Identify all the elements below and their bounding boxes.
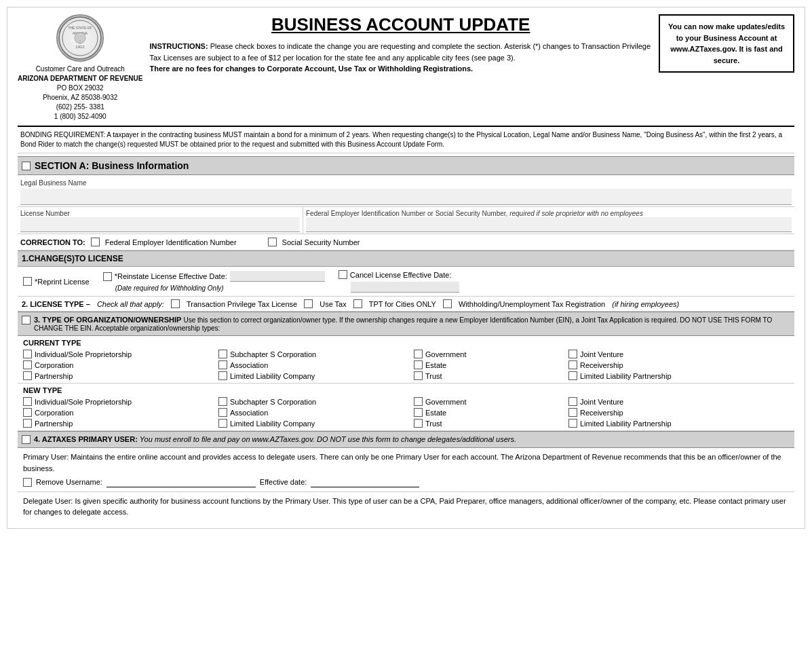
new-llp: Limited Liability Partnership <box>568 419 745 428</box>
new-llp-checkbox[interactable] <box>568 419 577 428</box>
tpt-checkbox[interactable] <box>171 299 180 308</box>
reprint-checkbox[interactable] <box>23 277 32 286</box>
section4-checkbox[interactable] <box>22 435 31 444</box>
current-trust-checkbox[interactable] <box>414 371 423 380</box>
svg-text:1912: 1912 <box>76 45 85 49</box>
current-joint-venture-checkbox[interactable] <box>568 350 577 358</box>
new-type-block: NEW TYPE Individual/Sole Proprietorship … <box>18 384 794 431</box>
new-receivership: Receivership <box>568 408 745 417</box>
instructions-text: INSTRUCTIONS: Please check boxes to indi… <box>149 41 652 75</box>
reinstate-date-field[interactable] <box>230 271 325 282</box>
fein-label: Federal Employer Identification Number o… <box>306 210 792 217</box>
current-type-grid: Individual/Sole Proprietorship Subchapte… <box>23 350 789 380</box>
current-llp: Limited Liability Partnership <box>568 371 745 380</box>
cancel-date-field[interactable] <box>351 282 459 293</box>
reinstate-option: *Reinstate License Effective Date: (Date… <box>103 271 325 292</box>
current-joint-venture: Joint Venture <box>568 350 745 358</box>
new-partnership-checkbox[interactable] <box>23 419 32 428</box>
new-individual-checkbox[interactable] <box>23 397 32 406</box>
remove-username-row: Remove Username: Effective date: <box>23 477 789 488</box>
new-llc-checkbox[interactable] <box>218 419 227 428</box>
license-number-input[interactable] <box>20 217 300 232</box>
current-corporation-checkbox[interactable] <box>23 360 32 369</box>
cancel-checkbox[interactable] <box>339 270 347 279</box>
correction-ssn-checkbox[interactable] <box>268 238 277 246</box>
current-government-checkbox[interactable] <box>414 350 423 358</box>
fein-input[interactable] <box>306 217 792 232</box>
current-subchapter-s: Subchapter S Corporation <box>218 350 408 358</box>
dept-info: Customer Care and Outreach ARIZONA DEPAR… <box>18 64 142 122</box>
withholding-checkbox[interactable] <box>443 299 452 308</box>
new-partnership: Partnership <box>23 419 213 428</box>
new-trust-checkbox[interactable] <box>414 419 423 428</box>
current-association: Association <box>218 360 408 369</box>
section-a-checkbox[interactable] <box>22 162 31 170</box>
new-estate: Estate <box>414 408 563 417</box>
current-government: Government <box>414 350 563 358</box>
section2-row: 2. LICENSE TYPE – Check all that apply: … <box>18 297 794 312</box>
current-individual-checkbox[interactable] <box>23 350 32 358</box>
use-tax-checkbox[interactable] <box>304 299 313 308</box>
new-corporation: Corporation <box>23 408 213 417</box>
remove-username-checkbox[interactable] <box>23 478 32 487</box>
license-number-field: License Number <box>18 207 303 234</box>
section3-header: 3. TYPE OF ORGANIZATION/OWNERSHIP Use th… <box>18 312 794 336</box>
current-receivership-checkbox[interactable] <box>568 360 577 369</box>
new-subchapter-s-checkbox[interactable] <box>218 397 227 406</box>
correction-row: CORRECTION TO: Federal Employer Identifi… <box>18 234 794 250</box>
new-trust: Trust <box>414 419 563 428</box>
current-receivership: Receivership <box>568 360 745 369</box>
new-individual: Individual/Sole Proprietorship <box>23 397 213 406</box>
state-seal: THE STATE OF ARIZONA 1912 <box>56 14 104 62</box>
correction-fein-checkbox[interactable] <box>91 238 100 246</box>
username-input[interactable] <box>107 477 256 487</box>
current-partnership: Partnership <box>23 371 213 380</box>
section-a-header: SECTION A: Business Information <box>18 156 794 175</box>
bonding-requirement: BONDING REQUIREMENT: A taxpayer in the c… <box>18 126 794 153</box>
section3-checkbox[interactable] <box>22 316 31 324</box>
tpt-cities-label: TPT for Cities ONLY <box>369 300 436 308</box>
fein-field: Federal Employer Identification Number o… <box>303 207 794 234</box>
current-estate: Estate <box>414 360 563 369</box>
new-llc: Limited Liability Company <box>218 419 408 428</box>
new-government: Government <box>414 397 563 406</box>
current-corporation: Corporation <box>23 360 213 369</box>
new-joint-venture: Joint Venture <box>568 397 745 406</box>
current-subchapter-s-checkbox[interactable] <box>218 350 227 358</box>
reinstate-checkbox[interactable] <box>103 272 112 281</box>
new-association-checkbox[interactable] <box>218 408 227 417</box>
current-llp-checkbox[interactable] <box>568 371 577 380</box>
current-llc-checkbox[interactable] <box>218 371 227 380</box>
current-individual: Individual/Sole Proprietorship <box>23 350 213 358</box>
withholding-label: Withholding/Unemployment Tax Registratio… <box>459 300 605 308</box>
header-left: THE STATE OF ARIZONA 1912 Customer Care … <box>18 14 142 122</box>
new-estate-checkbox[interactable] <box>414 408 423 417</box>
current-estate-checkbox[interactable] <box>414 360 423 369</box>
new-corporation-checkbox[interactable] <box>23 408 32 417</box>
current-llc: Limited Liability Company <box>218 371 408 380</box>
section1-header: 1.CHANGE(S)TO LICENSE <box>18 250 794 267</box>
section4-header: 4. AZTAXES PRIMARY USER: You must enroll… <box>18 431 794 448</box>
header: THE STATE OF ARIZONA 1912 Customer Care … <box>18 14 794 122</box>
current-association-checkbox[interactable] <box>218 360 227 369</box>
new-subchapter-s: Subchapter S Corporation <box>218 397 408 406</box>
aztaxes-sidebar: You can now make updates/edits to your B… <box>659 14 794 73</box>
withholding-note: (if hiring employees) <box>612 300 679 308</box>
effective-date-input[interactable] <box>311 477 419 487</box>
reprint-option: *Reprint License <box>23 277 90 286</box>
new-joint-venture-checkbox[interactable] <box>568 397 577 406</box>
delegate-section: Delegate User: Is given specific authori… <box>18 492 794 521</box>
section1-options: *Reprint License *Reinstate License Effe… <box>18 267 794 297</box>
legal-name-input[interactable] <box>20 189 792 205</box>
current-type-block: CURRENT TYPE Individual/Sole Proprietors… <box>18 336 794 384</box>
svg-text:THE STATE OF: THE STATE OF <box>69 26 92 30</box>
tpt-cities-checkbox[interactable] <box>353 299 362 308</box>
tpt-label: Transaction Privilege Tax License <box>187 300 297 308</box>
page-title: BUSINESS ACCOUNT UPDATE <box>149 14 652 35</box>
new-government-checkbox[interactable] <box>414 397 423 406</box>
new-type-grid: Individual/Sole Proprietorship Subchapte… <box>23 397 789 428</box>
new-receivership-checkbox[interactable] <box>568 408 577 417</box>
header-center: BUSINESS ACCOUNT UPDATE INSTRUCTIONS: Pl… <box>149 14 652 75</box>
current-partnership-checkbox[interactable] <box>23 371 32 380</box>
use-tax-label: Use Tax <box>320 300 347 308</box>
